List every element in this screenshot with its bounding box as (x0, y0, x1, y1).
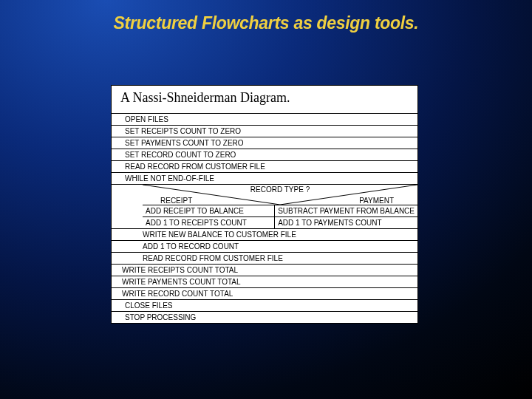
decision-right-column: SUBTRACT PAYMENT FROM BALANCE ADD 1 TO P… (274, 205, 417, 228)
decision-columns: ADD RECEIPT TO BALANCE ADD 1 TO RECEIPTS… (143, 205, 417, 228)
decision-left-column: ADD RECEIPT TO BALANCE ADD 1 TO RECEIPTS… (143, 205, 274, 228)
decision-row: SUBTRACT PAYMENT FROM BALANCE (275, 205, 417, 217)
while-row: WHILE NOT END-OF-FILE (112, 173, 417, 185)
decision-row: ADD RECEIPT TO BALANCE (143, 205, 274, 217)
decision-header: RECORD TYPE ? RECEIPT PAYMENT (143, 185, 417, 205)
seq-row: CLOSE FILES (112, 300, 417, 312)
seq-row: WRITE PAYMENTS COUNT TOTAL (112, 276, 417, 288)
decision-row: ADD 1 TO PAYMENTS COUNT (275, 217, 417, 228)
seq-row: WRITE RECORD COUNT TOTAL (112, 288, 417, 300)
seq-row: SET RECORD COUNT TO ZERO (112, 149, 417, 161)
loop-row: READ RECORD FROM CUSTOMER FILE (112, 253, 417, 265)
decision-right-label: PAYMENT (359, 197, 394, 205)
seq-row: STOP PROCESSING (112, 312, 417, 323)
seq-row: SET RECEIPTS COUNT TO ZERO (112, 126, 417, 137)
decision-left-label: RECEIPT (160, 197, 192, 205)
seq-row: SET PAYMENTS COUNT TO ZERO (112, 137, 417, 149)
seq-row: READ RECORD FROM CUSTOMER FILE (112, 161, 417, 173)
loop-row: ADD 1 TO RECORD COUNT (112, 241, 417, 253)
ns-diagram: A Nassi-Shneiderman Diagram. OPEN FILES … (111, 85, 418, 324)
decision-row: ADD 1 TO RECEIPTS COUNT (143, 217, 274, 228)
slide-title: Structured Flowcharts as design tools. (0, 0, 532, 33)
diagram-title: A Nassi-Shneiderman Diagram. (117, 90, 412, 106)
diagram-title-area: A Nassi-Shneiderman Diagram. (112, 86, 417, 114)
decision-block: RECORD TYPE ? RECEIPT PAYMENT ADD RECEIP… (112, 185, 417, 229)
svg-line-1 (280, 185, 417, 205)
seq-row: WRITE RECEIPTS COUNT TOTAL (112, 265, 417, 276)
loop-row: WRITE NEW BALANCE TO CUSTOMER FILE (112, 229, 417, 241)
diagram-body: OPEN FILES SET RECEIPTS COUNT TO ZERO SE… (112, 114, 417, 323)
seq-row: OPEN FILES (112, 114, 417, 126)
